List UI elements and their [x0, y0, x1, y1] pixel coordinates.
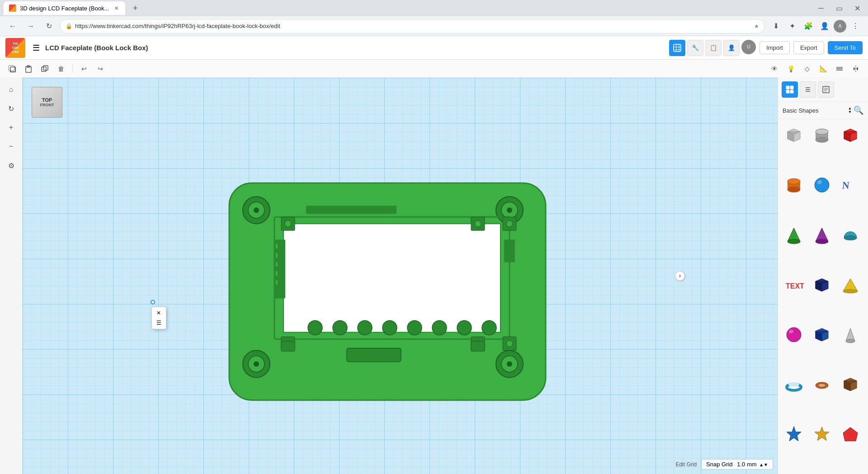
- tab-close-button[interactable]: ✕: [113, 5, 120, 12]
- settings-tool-button[interactable]: ⚙: [3, 157, 19, 174]
- measure-button[interactable]: 📐: [816, 62, 830, 76]
- svg-point-22: [254, 208, 259, 213]
- shape-dome-teal[interactable]: [838, 223, 863, 247]
- svg-rect-0: [674, 44, 681, 52]
- light-button[interactable]: 💡: [784, 62, 797, 76]
- toolbar-separator-1: [72, 64, 73, 73]
- export-button[interactable]: Export: [793, 41, 824, 54]
- svg-point-31: [507, 361, 512, 367]
- snap-grid-arrow[interactable]: ▲▼: [759, 462, 768, 467]
- context-menu[interactable]: ✕ ☰: [151, 307, 166, 329]
- send-to-button[interactable]: Send To: [828, 41, 863, 54]
- forward-button[interactable]: →: [24, 19, 38, 33]
- context-close-item[interactable]: ✕: [152, 308, 166, 318]
- zoom-out-button[interactable]: −: [3, 138, 19, 155]
- back-button[interactable]: ←: [5, 19, 20, 33]
- mirror-button[interactable]: [849, 62, 863, 76]
- profile-icon[interactable]: 👤: [723, 40, 740, 56]
- shape-button[interactable]: ◇: [800, 62, 814, 76]
- address-bar[interactable]: 🔒 https://www.tinkercad.com/things/iP92h…: [60, 19, 765, 33]
- browser-titlebar: 3D design LCD Faceplate (Book... ✕ + ─ ▭…: [0, 0, 868, 16]
- redo-button[interactable]: ↪: [94, 62, 107, 76]
- toolbar: 🗑 ↩ ↪ 👁 💡 ◇ 📐: [0, 60, 868, 78]
- browser-navbar: ← → ↻ 🔒 https://www.tinkercad.com/things…: [0, 16, 868, 36]
- new-tab-button[interactable]: +: [129, 2, 142, 14]
- notes-button[interactable]: 📋: [705, 40, 722, 56]
- menu-hamburger[interactable]: ☰: [33, 43, 40, 53]
- shape-category-label: Basic Shapes: [783, 107, 819, 114]
- bottom-status: Edit Grid Snap Grid 1.0 mm ▲▼: [675, 459, 773, 469]
- shape-cone-green[interactable]: [782, 223, 806, 247]
- shape-category-arrows[interactable]: ▲ ▼: [848, 107, 852, 114]
- snap-grid-control[interactable]: Snap Grid 1.0 mm ▲▼: [701, 459, 773, 469]
- snap-grid-label: Snap Grid: [706, 461, 733, 468]
- delete-button[interactable]: 🗑: [54, 62, 68, 76]
- view-icon-button[interactable]: 👁: [768, 62, 781, 76]
- shape-box-brown[interactable]: [838, 372, 863, 397]
- shape-ring-orange[interactable]: [810, 372, 834, 397]
- viewport[interactable]: TOP FRONT: [23, 78, 778, 474]
- shape-ico-red[interactable]: [838, 422, 863, 447]
- downloads-button[interactable]: ⬇: [769, 19, 783, 33]
- copy-button[interactable]: [5, 62, 19, 76]
- shape-star-blue[interactable]: [782, 422, 806, 447]
- svg-point-107: [787, 327, 801, 342]
- shape-sphere-magenta[interactable]: [782, 322, 806, 347]
- user-avatar[interactable]: U: [741, 40, 756, 54]
- svg-point-53: [308, 321, 322, 335]
- svg-point-50: [506, 221, 513, 227]
- duplicate-button[interactable]: [38, 62, 52, 76]
- svg-rect-12: [43, 66, 48, 70]
- view-cube[interactable]: TOP FRONT: [32, 87, 68, 123]
- shape-star-yellow[interactable]: [810, 422, 834, 447]
- search-shapes-button[interactable]: 🔍: [854, 105, 863, 115]
- view-cube-box[interactable]: TOP FRONT: [32, 87, 62, 118]
- shape-sphere-blue[interactable]: [810, 173, 834, 197]
- svg-text:TEXT: TEXT: [786, 282, 804, 290]
- panel-list-view-button[interactable]: [800, 81, 816, 98]
- context-menu-item[interactable]: ☰: [152, 318, 166, 328]
- zoom-in-button[interactable]: +: [3, 119, 19, 136]
- profile-button[interactable]: 👤: [817, 19, 832, 33]
- shape-cylinder-orange[interactable]: [782, 173, 806, 197]
- shape-box-red[interactable]: [838, 123, 863, 147]
- orbit-button[interactable]: ↻: [3, 100, 19, 117]
- shape-box-navy[interactable]: [810, 273, 834, 297]
- maximize-button[interactable]: ▭: [832, 1, 846, 15]
- shape-cone-gray[interactable]: [838, 322, 863, 347]
- home-view-button[interactable]: ⌂: [3, 81, 19, 98]
- shape-torus-blue[interactable]: [782, 372, 806, 397]
- shape-cone-purple[interactable]: [810, 223, 834, 247]
- panel-notes-button[interactable]: [818, 81, 834, 98]
- browser-tab-active[interactable]: 3D design LCD Faceplate (Book... ✕: [4, 1, 125, 15]
- view-3d-button[interactable]: [669, 40, 685, 56]
- extensions-button[interactable]: 🧩: [801, 19, 816, 33]
- panel-grid-view-button[interactable]: [782, 81, 798, 98]
- bookmarks-button[interactable]: ✦: [785, 19, 799, 33]
- tools-button[interactable]: 🔧: [687, 40, 703, 56]
- toolbar-right: 👁 💡 ◇ 📐: [768, 62, 863, 76]
- shape-text-blue[interactable]: N: [838, 173, 863, 197]
- close-button[interactable]: ✕: [850, 1, 864, 15]
- shape-box-blue2[interactable]: [810, 322, 834, 347]
- reload-button[interactable]: ↻: [42, 19, 56, 33]
- svg-rect-38: [276, 262, 278, 267]
- shape-cylinder-gray[interactable]: [810, 123, 834, 147]
- avatar-button[interactable]: A: [834, 20, 846, 33]
- tab-title: 3D design LCD Faceplate (Book...: [20, 5, 109, 12]
- svg-point-44: [475, 221, 481, 227]
- import-button[interactable]: Import: [760, 41, 790, 54]
- minimize-button[interactable]: ─: [814, 1, 828, 15]
- tinkercad-logo: TINKERCAD: [5, 38, 25, 58]
- svg-point-106: [843, 289, 858, 293]
- main-content: ⌂ ↻ + − ⚙ TOP FRONT: [0, 78, 868, 474]
- 3d-object-lcd-faceplate: [211, 170, 555, 406]
- panel-scroll-right-arrow[interactable]: ›: [675, 271, 685, 281]
- paste-button[interactable]: [22, 62, 35, 76]
- shape-box-gray[interactable]: [782, 123, 806, 147]
- undo-button[interactable]: ↩: [77, 62, 91, 76]
- menu-button[interactable]: ⋮: [848, 19, 863, 33]
- shape-text-red[interactable]: TEXT: [782, 273, 806, 297]
- align-button[interactable]: [833, 62, 846, 76]
- shape-pyramid-yellow[interactable]: [838, 273, 863, 297]
